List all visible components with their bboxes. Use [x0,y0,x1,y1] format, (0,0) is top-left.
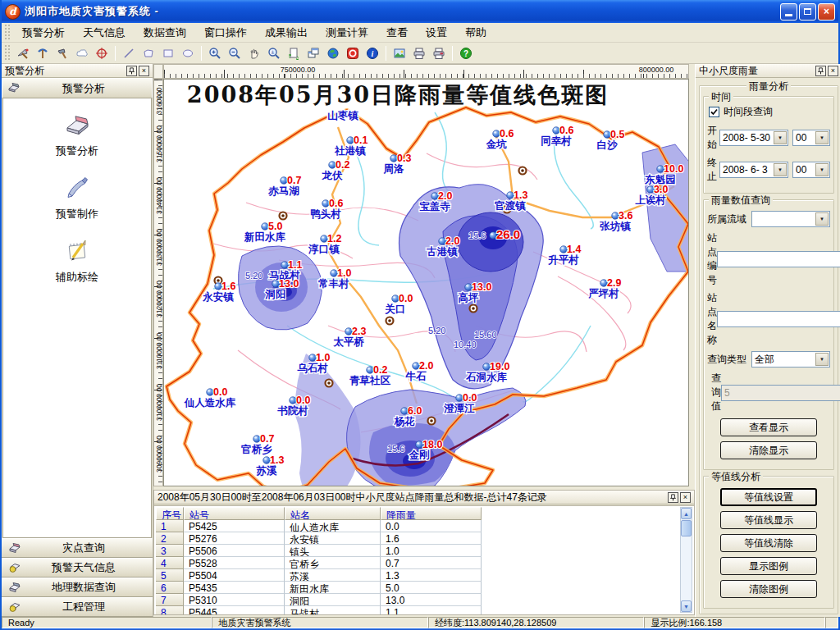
cloud-tool-icon[interactable] [73,44,91,62]
contour-button-2[interactable]: 等值线清除 [720,534,817,552]
chevron-down-icon[interactable]: ▼ [774,163,787,176]
sidebar-item-1[interactable]: 预警制作 [3,173,151,221]
stop-icon[interactable] [344,44,362,62]
restore-button[interactable] [799,3,816,21]
close-button[interactable]: × [818,3,835,21]
print-preview-icon[interactable] [430,44,448,62]
scroll-thumb[interactable] [681,520,692,536]
minimize-button[interactable] [780,3,797,21]
pick-tool-icon[interactable] [34,44,52,62]
globe-icon[interactable] [324,44,342,62]
sidebar-nav-1[interactable]: 预警天气信息 [2,558,153,578]
cascade-windows-icon[interactable] [304,44,322,62]
sidebar-item-0[interactable]: 预警分析 [3,110,151,158]
menubar-grip[interactable] [4,25,11,39]
basin-combo[interactable]: ▼ [751,211,830,227]
query-type-combo[interactable]: 全部▼ [751,351,830,368]
column-header-1[interactable]: 站号 [184,507,285,520]
pin-icon[interactable] [668,492,678,503]
disaster-query-icon [8,541,21,556]
sidebar-nav-0[interactable]: 灾点查询 [2,538,153,558]
rectangle-draw-icon[interactable] [159,44,177,62]
menu-item-3[interactable]: 窗口操作 [195,23,256,43]
contour-button-3[interactable]: 显示图例 [720,557,817,575]
line-draw-icon[interactable] [120,44,138,62]
menu-item-7[interactable]: 设置 [417,23,456,43]
scroll-down-icon[interactable]: ▼ [681,600,692,612]
pan-hand-icon[interactable] [245,44,263,62]
print-icon[interactable] [410,44,428,62]
ellipse-draw-icon[interactable] [179,44,197,62]
radar-tool-icon[interactable] [14,44,32,62]
station-name-input[interactable] [717,311,840,327]
info-icon[interactable]: i [363,44,381,62]
menu-item-5[interactable]: 测量计算 [317,23,377,43]
contour-button-0[interactable]: 等值线设置 [720,488,817,506]
refresh-view-icon[interactable] [285,44,303,62]
zoom-in-icon[interactable] [206,44,224,62]
table-row[interactable]: 1P5425仙人造水库0.0 [156,520,482,532]
table-row[interactable]: 6P5435新田水库5.0 [156,582,482,594]
menu-item-2[interactable]: 数据查询 [135,23,195,43]
sidebar-item-2[interactable]: 辅助标绘 [3,236,151,285]
map-canvas[interactable]: 5.2010.4015.65.2015.6010.4015.60.1社港镇0.3… [164,80,689,486]
pin-icon[interactable] [126,66,137,76]
ruler-top: 750000.00800000.00 [163,64,689,79]
menu-item-1[interactable]: 天气信息 [74,23,135,43]
svg-text:±: ± [272,49,275,55]
menu-item-0[interactable]: 预警分析 [13,23,74,43]
start-hour-combo[interactable]: 00▼ [792,130,830,146]
table-scrollbar[interactable]: ▲ ▼ [680,507,692,613]
chevron-down-icon[interactable]: ▼ [815,353,829,366]
contour-regions [239,144,689,486]
station-id-input[interactable] [717,251,840,267]
table-row[interactable]: 3P5506镇头1.0 [156,545,482,557]
station-marker: 0.0关口 [385,293,413,315]
clear-display-button[interactable]: 清除显示 [720,441,817,459]
chevron-down-icon[interactable]: ▼ [815,212,829,226]
scroll-up-icon[interactable]: ▲ [681,508,692,519]
chevron-down-icon[interactable]: ▼ [815,163,829,176]
contour-button-4[interactable]: 清除图例 [720,580,817,598]
chevron-down-icon[interactable]: ▼ [815,131,829,144]
table-row[interactable]: 4P5528官桥乡0.7 [156,557,482,569]
sidebar-nav-3[interactable]: 工程管理 [2,597,153,617]
column-header-2[interactable]: 站名 [285,507,381,520]
sidebar-nav-2[interactable]: 地理数据查询 [2,578,153,597]
contour-button-1[interactable]: 等值线显示 [720,511,817,529]
zoom-window-icon[interactable]: ± [265,44,283,62]
menu-item-8[interactable]: 帮助 [456,23,495,43]
column-header-0[interactable]: 序号 [156,507,184,520]
close-icon[interactable]: × [828,66,838,76]
table-panel-title: 2008年05月30日00时至2008年06月03日00时中小尺度站点降雨量总和… [158,491,547,504]
toolbar-grip[interactable] [4,45,11,62]
table-row[interactable]: 2P5276永安镇1.6 [156,532,482,545]
column-header-3[interactable]: 降雨量 [381,507,482,520]
menu-item-6[interactable]: 查看 [377,23,417,43]
image-export-icon[interactable] [390,44,409,62]
end-date-combo[interactable]: 2008- 6- 3▼ [719,162,788,178]
zoom-out-icon[interactable] [226,44,244,62]
view-display-button[interactable]: 查看显示 [720,418,817,436]
pin-icon[interactable] [815,66,826,76]
menu-item-4[interactable]: 成果输出 [256,23,317,43]
time-range-checkbox[interactable] [709,107,719,117]
table-row[interactable]: 7P5310洞阳13.0 [156,594,482,606]
polygon-draw-icon[interactable] [139,44,158,62]
geo-data-query-icon [8,580,21,596]
end-hour-combo[interactable]: 00▼ [792,162,830,178]
table-row[interactable]: 8P5445马战村1.1 [156,606,482,614]
right-panel: 中小尺度雨量 × 雨量分析 时间 时间段查询 [695,64,840,617]
close-icon[interactable]: × [680,492,691,503]
hammer-tool-icon[interactable] [53,44,71,62]
locate-tool-icon[interactable] [93,44,111,62]
section-book-icon [7,80,21,96]
close-icon[interactable]: × [139,66,149,76]
chevron-down-icon[interactable]: ▼ [774,131,787,144]
ruler-corner [153,64,163,79]
help-icon[interactable]: ? [457,44,475,62]
start-date-combo[interactable]: 2008- 5-30▼ [719,130,788,146]
left-panel-section-header[interactable]: 预警分析 [2,78,153,98]
toolbar-separator [452,46,453,61]
table-row[interactable]: 5P5504苏溪1.3 [156,569,482,582]
